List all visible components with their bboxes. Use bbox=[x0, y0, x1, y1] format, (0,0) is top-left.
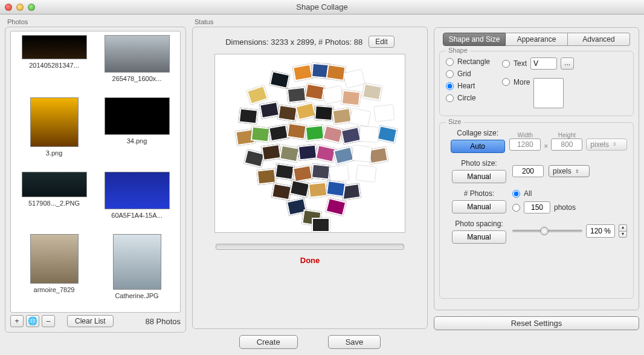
window-title: Shape Collage bbox=[0, 2, 644, 11]
shape-rectangle[interactable]: Rectangle bbox=[446, 57, 490, 66]
photos-count-input[interactable] bbox=[524, 201, 550, 213]
spacing-manual-button[interactable]: Manual bbox=[452, 230, 506, 244]
thumbnail-image bbox=[30, 234, 79, 284]
thumbnail-caption: Catherine.JPG bbox=[115, 292, 158, 299]
collage-mini-photo bbox=[261, 144, 281, 161]
tab-advanced[interactable]: Advanced bbox=[568, 33, 630, 46]
photo-size-unit[interactable]: pixels⇳ bbox=[549, 165, 590, 177]
shape-text-input[interactable] bbox=[530, 57, 557, 70]
photo-thumbnail[interactable]: Catherine.JPG bbox=[97, 234, 176, 308]
shape-text-radio[interactable] bbox=[502, 60, 510, 68]
photo-thumbnail[interactable]: 517908..._2.PNG bbox=[14, 172, 94, 228]
thumbnail-image bbox=[22, 172, 87, 197]
collage-mini-photo bbox=[279, 145, 300, 163]
size-group: Size Collage size: Auto Width × Height bbox=[439, 122, 634, 299]
collage-mini-photo bbox=[359, 126, 379, 142]
num-photos-manual-button[interactable]: Manual bbox=[452, 200, 506, 213]
photo-size-label: Photo size: bbox=[446, 159, 512, 168]
thumbnail-caption: 265478_1600x... bbox=[112, 75, 162, 82]
photos-panel: 201405281347...265478_1600x...3.png34.pn… bbox=[5, 27, 186, 333]
collage-mini-photo bbox=[341, 126, 361, 145]
collage-mini-photo bbox=[257, 168, 276, 184]
collage-mini-photo bbox=[269, 71, 290, 89]
height-input[interactable] bbox=[551, 138, 582, 151]
collage-mini-photo bbox=[314, 105, 333, 121]
shape-grid-label: Grid bbox=[457, 70, 471, 78]
collage-mini-photo bbox=[305, 125, 324, 141]
photo-size-input[interactable] bbox=[512, 165, 544, 177]
create-button[interactable]: Create bbox=[239, 335, 298, 349]
shape-rectangle-label: Rectangle bbox=[457, 57, 490, 66]
collage-mini-photo bbox=[341, 90, 361, 106]
collage-size-auto-button[interactable]: Auto bbox=[451, 140, 505, 153]
collage-mini-photo bbox=[315, 145, 336, 163]
tab-appearance[interactable]: Appearance bbox=[506, 33, 568, 46]
status-done: Done bbox=[198, 256, 422, 265]
shape-heart-label: Heart bbox=[457, 82, 475, 90]
thumbnail-image bbox=[113, 234, 161, 290]
thumbnail-caption: 34.png bbox=[127, 137, 147, 145]
photo-thumbnail[interactable]: 201405281347... bbox=[14, 35, 94, 91]
collage-mini-photo bbox=[326, 64, 346, 81]
photo-thumbnail[interactable]: 60A5F1A4-15A... bbox=[97, 172, 176, 228]
photo-thumbnail[interactable]: armoire_7829 bbox=[14, 234, 94, 308]
collage-mini-photo bbox=[352, 145, 372, 161]
height-label: Height bbox=[558, 132, 576, 138]
slider-thumb[interactable] bbox=[540, 227, 549, 235]
collage-mini-photo bbox=[375, 105, 394, 121]
width-input[interactable] bbox=[509, 138, 541, 151]
collage-mini-photo bbox=[274, 163, 294, 180]
collage-mini-photo bbox=[362, 83, 382, 101]
collage-size-unit[interactable]: pixels⇳ bbox=[586, 138, 627, 151]
photos-all-radio[interactable]: All bbox=[512, 189, 576, 198]
dimensions-text: Dimensions: 3233 x 2899, # Photos: 88 bbox=[225, 37, 362, 47]
shape-text-label: Text bbox=[514, 59, 527, 68]
photos-label: Photos bbox=[7, 18, 186, 25]
collage-mini-photo bbox=[239, 108, 258, 124]
shape-heart[interactable]: Heart bbox=[446, 82, 490, 90]
tab-shape-size[interactable]: Shape and Size bbox=[443, 33, 506, 46]
shape-legend: Shape bbox=[446, 47, 470, 54]
shape-circle[interactable]: Circle bbox=[446, 94, 490, 102]
photo-thumbnail[interactable]: 265478_1600x... bbox=[97, 35, 176, 91]
collage-mini-photo bbox=[333, 146, 355, 165]
chevron-up-icon[interactable]: ▲ bbox=[619, 224, 627, 231]
shape-group: Shape Rectangle Grid Heart Circle Text bbox=[439, 51, 634, 116]
photo-size-manual-button[interactable]: Manual bbox=[452, 170, 506, 183]
collage-mini-photo bbox=[295, 102, 317, 121]
shape-more-radio[interactable] bbox=[502, 78, 510, 86]
edit-button[interactable]: Edit bbox=[369, 36, 394, 48]
photo-thumbnail[interactable]: 3.png bbox=[14, 97, 94, 166]
thumbnail-image bbox=[105, 97, 170, 135]
thumbnail-caption: armoire_7829 bbox=[34, 286, 75, 293]
collage-mini-photo bbox=[292, 165, 313, 183]
num-photos-label: # Photos: bbox=[446, 189, 512, 198]
shape-grid[interactable]: Grid bbox=[446, 70, 490, 78]
collage-mini-photo bbox=[323, 125, 344, 144]
spacing-slider[interactable] bbox=[512, 230, 582, 232]
collage-mini-photo bbox=[311, 163, 330, 180]
reset-settings-button[interactable]: Reset Settings bbox=[434, 316, 639, 330]
collage-mini-photo bbox=[251, 126, 270, 142]
collage-mini-photo bbox=[377, 125, 398, 143]
photo-thumbnail[interactable]: 34.png bbox=[97, 97, 176, 166]
add-photo-button[interactable]: + bbox=[10, 315, 24, 327]
photo-grid[interactable]: 201405281347...265478_1600x...3.png34.pn… bbox=[10, 31, 181, 313]
remove-photo-button[interactable]: – bbox=[42, 315, 55, 327]
shape-text-more-button[interactable]: ... bbox=[561, 57, 574, 70]
spacing-stepper[interactable]: ▲ ▼ bbox=[619, 224, 627, 238]
clear-list-button[interactable]: Clear List bbox=[67, 315, 114, 327]
shape-custom-preview[interactable] bbox=[533, 78, 564, 108]
collage-mini-photo bbox=[329, 165, 349, 182]
web-photo-button[interactable]: 🌐 bbox=[26, 315, 39, 327]
collage-mini-photo bbox=[292, 64, 313, 82]
save-button[interactable]: Save bbox=[328, 335, 381, 349]
photo-count: 88 Photos bbox=[145, 317, 181, 326]
chevron-down-icon[interactable]: ▼ bbox=[619, 231, 627, 238]
thumbnail-image bbox=[105, 172, 170, 209]
spacing-input[interactable] bbox=[586, 224, 615, 238]
photos-count-radio[interactable]: photos bbox=[512, 201, 576, 213]
status-panel: Dimensions: 3233 x 2899, # Photos: 88 Ed… bbox=[192, 27, 428, 329]
photos-all-label: All bbox=[524, 189, 532, 198]
thumbnail-image bbox=[30, 97, 79, 147]
